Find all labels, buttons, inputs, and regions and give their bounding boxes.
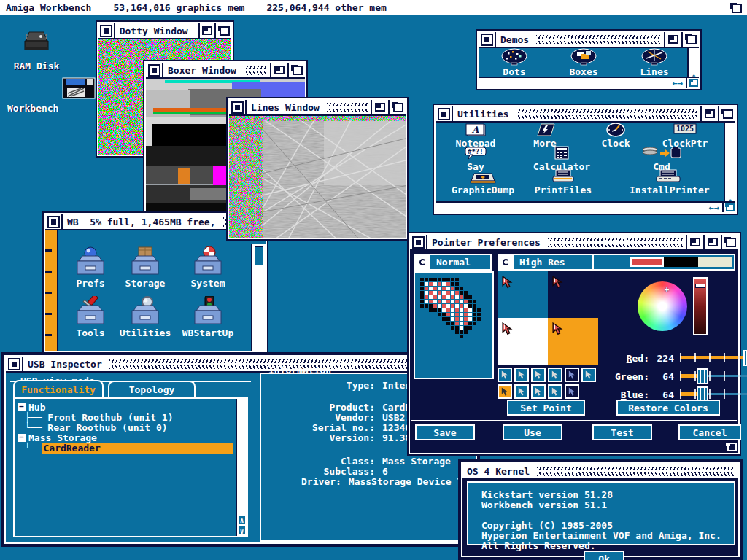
drag-stripes[interactable] (537, 467, 735, 476)
utility-icon-say[interactable]: #*?! Say (443, 146, 508, 172)
ok-button[interactable]: Ok (584, 551, 624, 560)
save-button[interactable]: Save (415, 424, 475, 440)
pointer-preset-thumbnail[interactable] (514, 384, 529, 399)
zoom-gadget-icon[interactable] (371, 100, 388, 114)
red-slider[interactable] (680, 350, 747, 366)
test-button[interactable]: Test (592, 424, 652, 440)
brightness-slider[interactable] (693, 277, 708, 335)
depth-gadget-icon[interactable] (287, 63, 305, 77)
cycle-gadget-highres[interactable]: High Res (498, 254, 594, 271)
resize-gadget-icon[interactable] (686, 78, 699, 88)
utilities-right-scroll-border[interactable]: ↑↓ (724, 122, 735, 212)
pointer-preset-thumbnail[interactable] (548, 368, 562, 382)
close-gadget-icon[interactable] (45, 214, 63, 229)
tree-item-mass-storage[interactable]: − Mass Storage (15, 432, 247, 443)
drag-stripes[interactable] (548, 238, 683, 247)
depth-gadget-icon[interactable] (388, 100, 406, 114)
dotty-titlebar[interactable]: Dotty Window (98, 23, 231, 39)
usb-device-tree[interactable]: − Hub ├── Front Roothub (unit 1) └── Rea… (13, 397, 248, 537)
utility-icon-printfiles[interactable]: PrintFiles (530, 169, 596, 195)
pp-titlebar[interactable]: Pointer Preferences (410, 235, 738, 251)
pointer-preset-thumbnail[interactable] (548, 384, 562, 399)
demos-titlebar[interactable]: Demos (479, 32, 699, 48)
pointer-preset-thumbnail[interactable] (565, 384, 579, 399)
utility-icon-graphicdump[interactable]: GraphicDump (448, 169, 518, 195)
drawer-icon-system[interactable]: System (177, 246, 239, 289)
pointer-preset-thumbnail[interactable] (498, 368, 512, 382)
scroll-down-arrow-icon[interactable]: ∨ (238, 526, 246, 535)
drag-stripes[interactable] (244, 66, 267, 75)
demos-bottom-scroll-border[interactable]: ←→ (479, 77, 699, 88)
iconify-gadget-icon[interactable] (686, 235, 703, 249)
red-slider-handle[interactable] (743, 350, 747, 366)
utility-icon-clockptr[interactable]: 1025 ClockPtr (652, 122, 718, 149)
expander-icon[interactable]: − (18, 403, 26, 411)
expander-icon[interactable]: − (18, 434, 26, 442)
restore-colors-button[interactable]: Restore Colors (616, 400, 720, 416)
lines-titlebar[interactable]: Lines Window (229, 100, 406, 116)
desktop-icon-workbench[interactable]: Workbench (7, 77, 102, 114)
demo-icon-lines[interactable]: Lines (622, 48, 687, 77)
boxer-titlebar[interactable]: Boxer Window (146, 63, 305, 79)
pointer-preset-thumbnail[interactable] (514, 368, 529, 382)
demo-icon-boxes[interactable]: Boxes (551, 48, 616, 77)
close-gadget-icon[interactable] (146, 63, 163, 77)
drag-stripes[interactable] (536, 35, 661, 44)
tree-item-front-roothub[interactable]: ├── Front Roothub (unit 1) (15, 412, 247, 422)
close-gadget-icon[interactable] (98, 23, 115, 38)
green-slider-handle[interactable] (697, 368, 708, 384)
drawer-icon-prefs[interactable]: Prefs (59, 246, 122, 289)
pointer-pixel-editor[interactable] (414, 271, 494, 379)
resize-gadget-icon[interactable] (722, 203, 735, 212)
use-button[interactable]: Use (503, 424, 562, 440)
utility-icon-notepad[interactable]: A Notepad (443, 122, 508, 149)
close-gadget-icon[interactable] (410, 235, 427, 249)
pointer-preset-thumbnail[interactable] (581, 368, 596, 382)
utility-icon-installprinter[interactable]: InstallPrinter (630, 169, 705, 195)
scroll-up-arrow-icon[interactable]: ∧ (238, 515, 246, 524)
depth-gadget-icon[interactable] (681, 32, 699, 47)
utility-icon-clock[interactable]: Clock (583, 122, 649, 149)
menubar[interactable]: Amiga Workbench 53,164,016 graphics mem … (0, 0, 747, 15)
tab-functionality[interactable]: Functionality (13, 380, 104, 397)
zoom-gadget-icon[interactable] (700, 106, 718, 121)
drag-stripes[interactable] (516, 109, 697, 119)
pointer-preset-thumbnail[interactable] (531, 384, 546, 399)
zoom-gadget-icon[interactable] (703, 235, 721, 249)
demo-icon-dots[interactable]: Dots (481, 48, 547, 77)
palette-swatch-black[interactable] (664, 257, 698, 267)
drag-stripes[interactable] (327, 103, 368, 112)
zoom-gadget-icon[interactable] (270, 63, 287, 77)
pointer-color-palette[interactable] (592, 254, 735, 271)
close-gadget-icon[interactable] (479, 32, 496, 47)
desktop-icon-ram-disk[interactable]: RAM Disk (6, 31, 67, 71)
wb-vertical-scrollbar[interactable] (251, 244, 266, 351)
color-wheel[interactable]: + (638, 281, 687, 331)
pointer-preset-thumbnail[interactable] (498, 384, 512, 399)
drawer-icon-utilities[interactable]: Utilities (114, 296, 177, 338)
pointer-preset-thumbnail[interactable] (531, 368, 546, 382)
drawer-icon-wbstartup[interactable]: WBStartUp (177, 296, 239, 338)
tab-topology[interactable]: Topology (108, 381, 196, 397)
tree-item-rear-roothub[interactable]: └── Rear Roothub (unit 0) (15, 422, 247, 432)
palette-swatch-cream[interactable] (698, 257, 732, 267)
tree-vertical-scrollbar[interactable]: ∧ ∨ (236, 399, 247, 536)
cycle-gadget-normal[interactable]: Normal (414, 254, 492, 271)
brightness-slider-handle[interactable] (695, 284, 705, 288)
depth-gadget-icon[interactable] (214, 23, 231, 38)
utility-icon-calculator[interactable]: Calculator (529, 146, 595, 172)
zoom-gadget-icon[interactable] (198, 23, 215, 38)
screen-depth-gadget-icon[interactable] (727, 1, 746, 15)
close-gadget-icon[interactable] (6, 357, 23, 371)
pointer-preset-thumbnail[interactable] (565, 368, 579, 382)
drawer-icon-tools[interactable]: Tools (59, 296, 122, 338)
depth-gadget-icon[interactable] (721, 235, 738, 249)
green-slider[interactable] (680, 368, 747, 384)
utilities-bottom-scroll-border[interactable]: ←→ (436, 201, 735, 212)
utilities-titlebar[interactable]: Utilities (436, 106, 735, 122)
tree-item-hub[interactable]: − Hub (15, 402, 247, 412)
drawer-icon-storage[interactable]: Storage (114, 246, 177, 289)
depth-gadget-icon[interactable] (718, 106, 735, 121)
close-gadget-icon[interactable] (229, 100, 247, 114)
close-gadget-icon[interactable] (436, 106, 453, 121)
